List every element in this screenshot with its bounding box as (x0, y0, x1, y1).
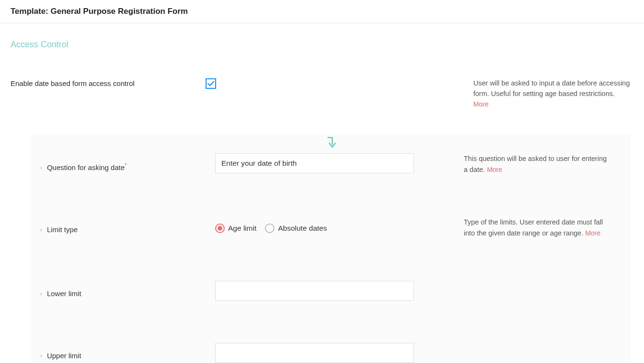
upper-limit-control (215, 343, 464, 363)
radio-icon (215, 224, 225, 233)
question-help: This question will be asked to user for … (464, 153, 607, 175)
radio-age-label: Age limit (228, 224, 256, 233)
page-header: Template: General Purpose Registration F… (0, 0, 644, 23)
question-more-link[interactable]: More (487, 166, 502, 173)
page-title: Template: General Purpose Registration F… (11, 7, 633, 16)
lower-limit-control (215, 281, 464, 301)
arrow-down-icon (31, 134, 631, 151)
chevron-right-icon: › (40, 226, 42, 233)
enable-help: User will be asked to input a date befor… (473, 78, 631, 109)
enable-label: Enable date based form access control (11, 78, 206, 88)
lower-limit-row: › Lower limit (31, 281, 631, 301)
radio-age-limit[interactable]: Age limit (215, 224, 256, 233)
question-label: Question for asking date (47, 163, 125, 171)
radio-absolute-dates[interactable]: Absolute dates (265, 224, 327, 233)
upper-limit-label-col: › Upper limit (40, 343, 215, 360)
enable-control (206, 78, 473, 89)
sub-panel: › Question for asking date* This questio… (31, 134, 631, 363)
enable-row: Enable date based form access control Us… (11, 78, 633, 109)
enable-help-text: User will be asked to input a date befor… (473, 79, 630, 97)
check-icon (207, 81, 214, 86)
limit-type-row: › Limit type Age limit Absolute dates Ty… (31, 217, 631, 238)
enable-checkbox[interactable] (206, 78, 216, 89)
question-input[interactable] (215, 153, 414, 173)
required-marker: * (125, 162, 127, 169)
question-label-col: › Question for asking date* (40, 153, 215, 171)
section-title: Access Control (11, 40, 633, 50)
limit-type-help-text: Type of the limits. User entered date mu… (464, 218, 603, 236)
radio-icon (265, 224, 274, 233)
content-area: Access Control Enable date based form ac… (0, 40, 644, 363)
question-help-text: This question will be asked to user for … (464, 155, 607, 173)
limit-type-label-col: › Limit type (40, 217, 215, 234)
chevron-right-icon: › (40, 290, 42, 297)
upper-limit-label: Upper limit (47, 352, 81, 360)
limit-type-more-link[interactable]: More (585, 229, 600, 237)
question-control (215, 153, 464, 173)
lower-limit-input[interactable] (215, 281, 414, 301)
upper-limit-input[interactable] (215, 343, 414, 363)
limit-type-control: Age limit Absolute dates (215, 217, 464, 233)
upper-limit-row: › Upper limit (31, 343, 631, 363)
lower-limit-label: Lower limit (47, 289, 81, 298)
limit-type-label: Limit type (47, 225, 77, 234)
limit-type-help: Type of the limits. User entered date mu… (464, 217, 607, 238)
chevron-right-icon: › (40, 352, 42, 359)
enable-more-link[interactable]: More (473, 100, 489, 108)
question-row: › Question for asking date* This questio… (31, 153, 631, 175)
lower-limit-label-col: › Lower limit (40, 281, 215, 298)
chevron-right-icon: › (40, 164, 42, 171)
limit-type-radio-group: Age limit Absolute dates (215, 217, 464, 233)
radio-abs-label: Absolute dates (278, 224, 327, 233)
